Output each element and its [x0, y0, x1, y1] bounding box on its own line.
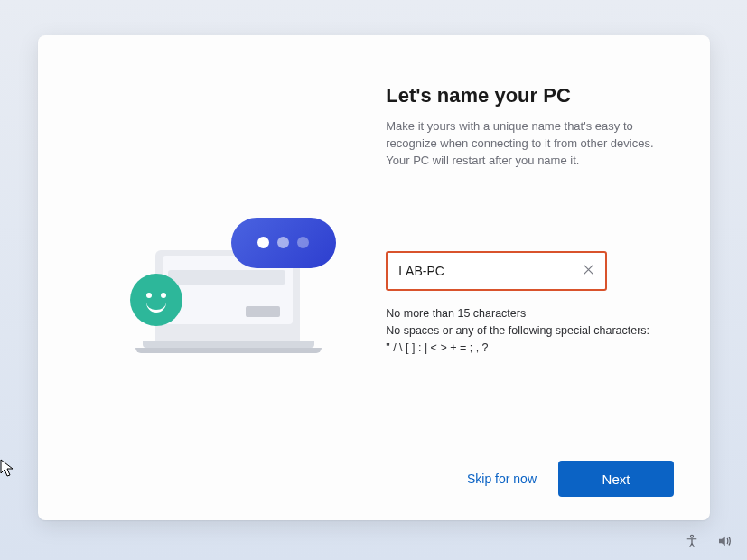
- laptop-base: [143, 341, 314, 348]
- laptop-foot: [135, 348, 322, 353]
- skip-link[interactable]: Skip for now: [462, 464, 542, 493]
- rule-line: " / \ [ ] : | < > + = ; , ?: [386, 340, 674, 357]
- rule-line: No more than 15 characters: [386, 305, 674, 322]
- laptop-content-block: [246, 306, 280, 317]
- rule-line: No spaces or any of the following specia…: [386, 322, 674, 340]
- illustration-pane: [74, 79, 386, 497]
- accessibility-icon[interactable]: [684, 533, 700, 549]
- clear-input-button[interactable]: [578, 261, 598, 281]
- pc-name-input[interactable]: [398, 264, 578, 278]
- next-button[interactable]: Next: [558, 461, 674, 497]
- form-pane: Let's name your PC Make it yours with a …: [386, 79, 674, 497]
- page-title: Let's name your PC: [386, 84, 674, 107]
- dot-icon: [277, 237, 289, 248]
- volume-icon[interactable]: [716, 533, 733, 549]
- pc-name-field-wrap[interactable]: [386, 251, 607, 291]
- page-subtitle: Make it yours with a unique name that's …: [386, 118, 674, 170]
- chat-bubble-icon: [231, 218, 336, 268]
- footer-actions: Skip for now Next: [462, 461, 674, 497]
- system-tray: [684, 533, 733, 549]
- svg-point-0: [691, 535, 694, 537]
- dot-icon: [257, 237, 269, 248]
- input-rules: No more than 15 characters No spaces or …: [386, 305, 674, 358]
- dot-icon: [297, 237, 309, 248]
- smiley-face-icon: [130, 274, 182, 326]
- close-icon: [584, 264, 593, 277]
- content-row: Let's name your PC Make it yours with a …: [74, 79, 674, 497]
- pc-illustration: [135, 225, 325, 351]
- laptop-url-bar: [168, 270, 285, 285]
- setup-card: Let's name your PC Make it yours with a …: [38, 35, 710, 520]
